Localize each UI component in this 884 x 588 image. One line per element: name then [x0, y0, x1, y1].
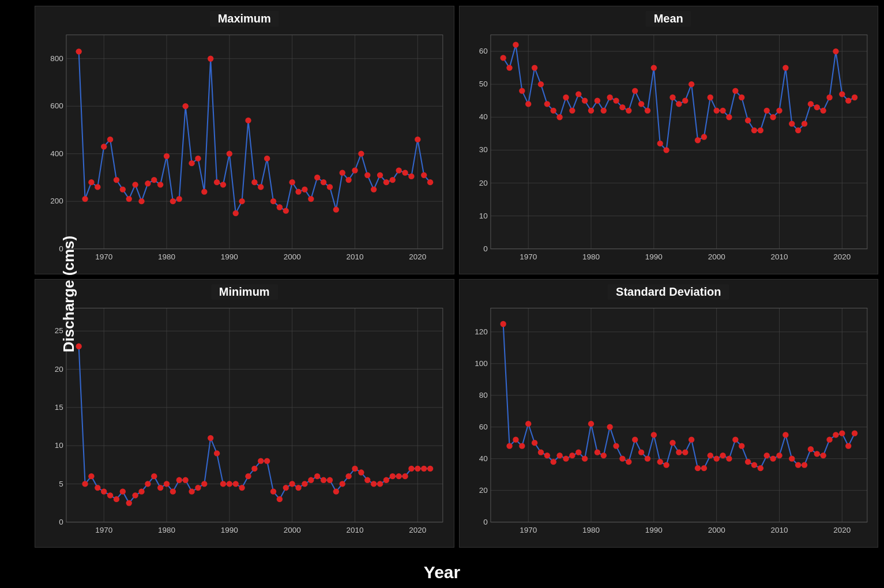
svg-point-118 — [563, 95, 569, 100]
svg-point-304 — [676, 450, 682, 455]
svg-point-147 — [744, 118, 750, 123]
svg-point-130 — [638, 101, 644, 107]
svg-point-321 — [783, 432, 788, 438]
svg-point-51 — [251, 179, 257, 185]
svg-point-136 — [676, 101, 682, 107]
svg-point-315 — [744, 459, 750, 465]
svg-point-205 — [164, 481, 170, 487]
svg-text:1990: 1990 — [221, 252, 238, 261]
svg-point-293 — [607, 424, 612, 430]
svg-point-295 — [619, 456, 625, 462]
svg-point-143 — [720, 108, 725, 114]
svg-point-129 — [632, 88, 638, 93]
svg-point-316 — [751, 462, 757, 468]
svg-point-200 — [132, 492, 138, 498]
svg-point-34 — [145, 180, 151, 186]
svg-point-117 — [556, 114, 562, 120]
svg-text:800: 800 — [50, 54, 63, 63]
svg-point-238 — [371, 481, 377, 487]
svg-point-298 — [638, 450, 644, 455]
svg-point-72 — [383, 179, 389, 185]
svg-text:2000: 2000 — [284, 252, 301, 261]
svg-point-231 — [327, 477, 333, 483]
svg-point-38 — [170, 198, 176, 204]
svg-point-279 — [519, 443, 525, 449]
svg-point-331 — [845, 443, 851, 449]
svg-point-122 — [588, 108, 593, 114]
chart-panel-stddev: Standard Deviation0204060801001201970198… — [459, 279, 879, 548]
svg-point-57 — [289, 179, 295, 185]
svg-point-233 — [340, 481, 345, 487]
svg-point-211 — [201, 481, 207, 487]
svg-point-55 — [277, 204, 283, 210]
svg-text:40: 40 — [479, 112, 487, 121]
svg-point-50 — [245, 118, 251, 123]
svg-point-218 — [245, 473, 251, 479]
svg-text:1980: 1980 — [158, 526, 175, 534]
svg-point-288 — [575, 450, 581, 455]
svg-point-131 — [644, 108, 650, 114]
svg-point-297 — [632, 437, 638, 443]
svg-text:2000: 2000 — [708, 252, 725, 261]
charts-grid: Maximum020040060080019701980199020002010… — [35, 6, 878, 548]
svg-point-49 — [239, 198, 244, 204]
svg-point-234 — [345, 473, 351, 479]
svg-text:1990: 1990 — [645, 526, 662, 534]
svg-text:1980: 1980 — [582, 252, 600, 261]
svg-point-202 — [145, 481, 151, 487]
svg-rect-81 — [490, 35, 867, 248]
svg-text:0: 0 — [59, 518, 63, 526]
svg-point-230 — [321, 477, 326, 483]
svg-point-120 — [575, 91, 581, 97]
svg-point-123 — [594, 98, 600, 104]
svg-point-30 — [120, 186, 126, 192]
svg-point-232 — [333, 489, 339, 495]
svg-point-108 — [500, 55, 506, 61]
chart-svg-mean: 0102030405060197019801990200020102020 — [460, 6, 878, 274]
chart-panel-minimum: Minimum051015202519701980199020002010202… — [35, 279, 454, 548]
svg-point-314 — [739, 443, 744, 449]
svg-point-161 — [833, 48, 838, 54]
svg-point-113 — [531, 65, 537, 70]
svg-point-214 — [220, 481, 226, 487]
svg-text:2010: 2010 — [347, 526, 364, 534]
svg-point-132 — [650, 65, 656, 70]
svg-point-28 — [107, 137, 113, 142]
chart-panel-mean: Mean010203040506019701980199020002010202… — [459, 6, 879, 274]
svg-text:2020: 2020 — [833, 526, 851, 534]
svg-point-319 — [770, 456, 776, 462]
svg-point-294 — [613, 443, 619, 449]
svg-point-280 — [525, 421, 531, 427]
svg-point-224 — [283, 485, 289, 491]
svg-point-149 — [757, 127, 763, 133]
svg-point-137 — [682, 98, 688, 104]
svg-text:1990: 1990 — [221, 526, 238, 534]
svg-point-140 — [701, 134, 706, 140]
svg-point-296 — [626, 459, 631, 465]
svg-point-160 — [826, 95, 832, 100]
svg-point-290 — [588, 421, 593, 427]
svg-point-45 — [214, 179, 220, 185]
svg-point-47 — [227, 151, 232, 157]
svg-point-65 — [340, 170, 345, 176]
svg-text:0: 0 — [483, 244, 487, 253]
svg-point-198 — [120, 489, 126, 495]
svg-point-42 — [195, 156, 201, 161]
svg-point-227 — [302, 481, 307, 487]
svg-point-66 — [345, 177, 351, 183]
svg-point-237 — [364, 477, 370, 483]
svg-point-157 — [807, 101, 813, 107]
svg-point-67 — [352, 167, 358, 173]
svg-point-152 — [776, 108, 782, 114]
svg-point-313 — [732, 437, 738, 443]
svg-point-115 — [544, 101, 550, 107]
svg-point-209 — [189, 489, 194, 495]
svg-point-153 — [783, 65, 788, 70]
svg-text:1990: 1990 — [645, 252, 662, 261]
svg-text:400: 400 — [50, 149, 63, 158]
svg-point-61 — [314, 175, 320, 180]
svg-point-133 — [657, 141, 663, 146]
svg-point-278 — [513, 437, 518, 443]
svg-point-320 — [776, 453, 782, 458]
svg-point-110 — [513, 42, 518, 47]
